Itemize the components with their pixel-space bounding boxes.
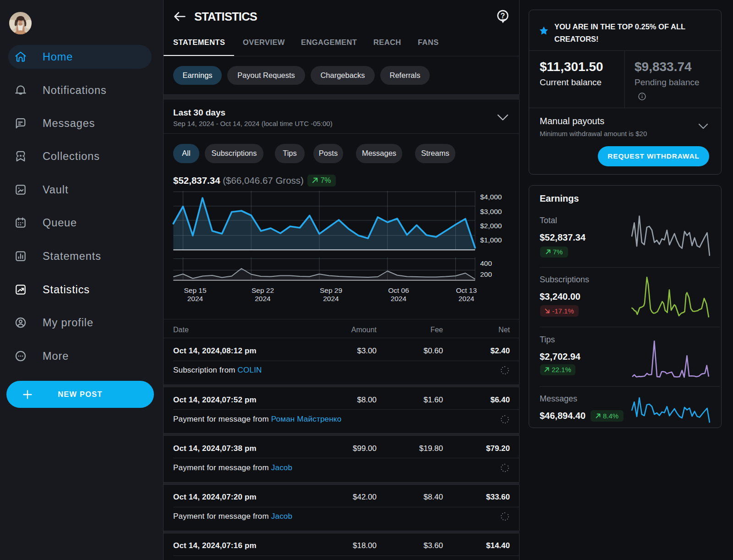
svg-text:2024: 2024 [187, 295, 203, 302]
svg-text:2024: 2024 [323, 295, 339, 302]
svg-text:$2,000: $2,000 [480, 222, 502, 230]
svg-text:Oct 13: Oct 13 [456, 286, 477, 294]
svg-text:?: ? [501, 12, 505, 20]
svg-text:$1,000: $1,000 [480, 236, 502, 244]
svg-text:2024: 2024 [255, 295, 271, 302]
svg-text:400: 400 [480, 259, 492, 267]
svg-text:Oct 06: Oct 06 [388, 286, 409, 294]
svg-text:Sep 29: Sep 29 [320, 286, 342, 294]
svg-text:2024: 2024 [391, 295, 407, 302]
svg-text:$4,000: $4,000 [480, 193, 502, 201]
svg-text:Sep 15: Sep 15 [184, 286, 206, 294]
svg-text:2024: 2024 [459, 295, 475, 302]
svg-text:200: 200 [480, 270, 492, 278]
svg-text:$3,000: $3,000 [480, 208, 502, 215]
svg-text:Sep 22: Sep 22 [252, 286, 274, 294]
